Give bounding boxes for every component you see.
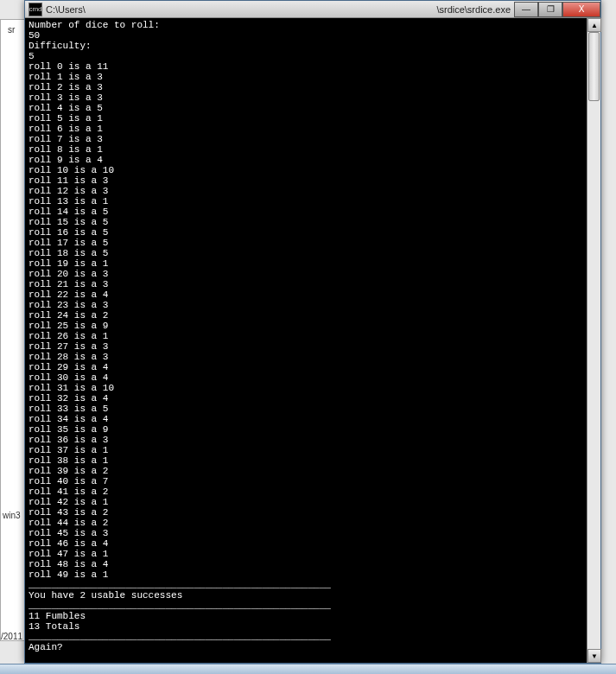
- cmd-icon-label: cmd: [29, 5, 41, 13]
- window-controls: — ❐ X: [514, 2, 600, 17]
- titlebar-path-right: \srdice\srdice.exe: [436, 4, 511, 15]
- explorer-text: win3: [3, 511, 21, 520]
- scroll-down-button[interactable]: ▼: [587, 649, 601, 663]
- taskbar[interactable]: [0, 664, 616, 674]
- explorer-text: /2011: [1, 632, 22, 641]
- vertical-scrollbar[interactable]: ▲ ▼: [587, 18, 600, 663]
- titlebar-path-left: C:\Users\: [46, 4, 86, 15]
- scrollbar-thumb[interactable]: [588, 32, 600, 101]
- minimize-button[interactable]: —: [514, 2, 538, 17]
- scroll-up-button[interactable]: ▲: [587, 18, 601, 32]
- cmd-icon: cmd: [29, 3, 42, 16]
- close-button[interactable]: X: [562, 2, 600, 17]
- maximize-button[interactable]: ❐: [538, 2, 562, 17]
- explorer-window-partial: sr win3 /2011 KB: [0, 19, 26, 641]
- titlebar[interactable]: cmd C:\Users\ \srdice\srdice.exe — ❐ X: [25, 1, 600, 18]
- explorer-text: sr: [8, 25, 15, 35]
- console-output[interactable]: Number of dice to roll: 50 Difficulty: 5…: [25, 18, 600, 663]
- console-window: cmd C:\Users\ \srdice\srdice.exe — ❐ X N…: [24, 0, 601, 664]
- scrollbar-track[interactable]: [587, 32, 600, 649]
